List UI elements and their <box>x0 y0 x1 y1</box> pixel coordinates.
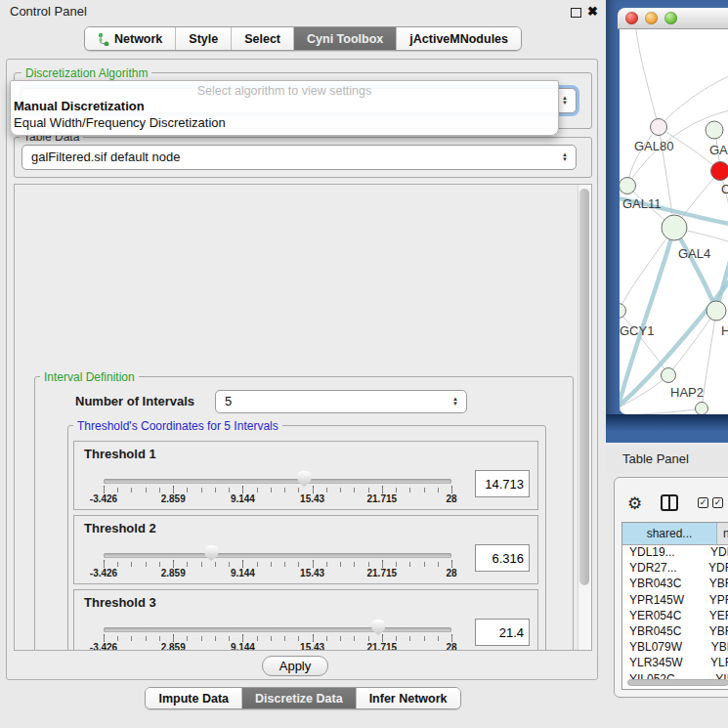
slider-track[interactable] <box>104 553 451 558</box>
slider-thumb[interactable] <box>297 471 312 487</box>
algorithm-option-equal-width[interactable]: Equal Width/Frequency Discretization <box>11 114 558 131</box>
tick-label: 15.43 <box>300 493 324 504</box>
thresholds-group-title: Threshold's Coordinates for 5 Intervals <box>73 419 282 433</box>
tick-label: 2.859 <box>161 493 186 504</box>
table-hscrollbar[interactable] <box>625 679 728 687</box>
table-row[interactable]: YDR27...YDR2 <box>622 561 728 577</box>
network-graph: GAL80GACGAL11GAL4GCY1HHAP2 <box>620 29 728 414</box>
checkbox-icon[interactable]: ✓ <box>712 497 723 508</box>
network-edge[interactable] <box>620 408 702 414</box>
mac-minimize-icon[interactable] <box>645 12 658 24</box>
tab-impute-data[interactable]: Impute Data <box>146 688 242 708</box>
tab-select[interactable]: Select <box>232 27 294 50</box>
table-row[interactable]: YLR345WYLR3 <box>622 656 728 671</box>
table-cell-name[interactable]: YBR0 <box>706 577 728 592</box>
table-cell-shared-name[interactable]: YLR345W <box>622 656 707 671</box>
tab-cyni-toolbox[interactable]: Cyni Toolbox <box>294 27 397 50</box>
mac-close-icon[interactable] <box>625 12 638 24</box>
mac-zoom-icon[interactable] <box>664 12 677 24</box>
threshold-panel: Threshold 2 -3.4262.8599.14415.4321.7152… <box>73 515 538 584</box>
threshold-value-input[interactable] <box>475 470 530 497</box>
threshold-value-input[interactable] <box>475 544 530 572</box>
network-edge[interactable] <box>635 29 659 127</box>
table-row[interactable]: YBR043CYBR0 <box>622 577 728 592</box>
table-hscrollbar-thumb[interactable] <box>627 679 728 686</box>
table-cell-shared-name[interactable]: YPR145W <box>622 593 706 609</box>
network-node-gal11[interactable] <box>620 178 636 194</box>
tab-jactivemnodules[interactable]: jActiveMNodules <box>397 27 521 50</box>
checkbox-icon[interactable]: ✓ <box>698 497 708 508</box>
network-canvas[interactable]: GAL80GACGAL11GAL4GCY1HHAP2 <box>620 29 728 414</box>
top-tab-bar: NetworkStyleSelectCyni ToolboxjActiveMNo… <box>0 26 606 51</box>
table-cell-name[interactable]: YIL0 <box>711 672 728 680</box>
tick-label: 9.144 <box>231 493 255 504</box>
algorithm-hint-item[interactable]: Select algorithm to view settings <box>11 81 558 98</box>
tab-label: Impute Data <box>158 692 229 706</box>
table-cell-name[interactable]: YDR2 <box>705 561 728 577</box>
threshold-value-input[interactable] <box>475 619 530 646</box>
table-row[interactable]: YPR145WYPR1 <box>622 593 728 609</box>
table-cell-shared-name[interactable]: YDR27... <box>622 561 705 577</box>
network-edge[interactable] <box>702 311 716 408</box>
slider-track[interactable] <box>104 479 451 484</box>
algorithm-option-manual[interactable]: Manual Discretization <box>11 98 558 114</box>
apply-button[interactable]: Apply <box>262 656 328 676</box>
tab-discretize-data[interactable]: Discretize Data <box>242 688 357 708</box>
tick-label: 9.144 <box>231 568 255 578</box>
gear-icon[interactable]: ⚙ <box>627 493 642 513</box>
network-node[interactable] <box>706 121 723 139</box>
float-panel-icon[interactable] <box>571 8 581 18</box>
network-node-hap2[interactable] <box>662 368 676 383</box>
node-attribute-table: shared... na YDL19...YDL1YDR27...YDR2YBR… <box>621 522 728 690</box>
table-cell-shared-name[interactable]: YDL19... <box>622 545 707 561</box>
table-data-combobox[interactable]: galFiltered.sif default node ▲▼ <box>21 145 577 170</box>
tick-label: 21.715 <box>367 493 398 504</box>
network-edge[interactable] <box>627 127 659 186</box>
table-cell-name[interactable]: YPR1 <box>706 593 728 609</box>
tab-style[interactable]: Style <box>176 27 232 50</box>
columns-icon[interactable] <box>661 494 678 511</box>
table-row[interactable]: YDL19...YDL1 <box>622 545 728 561</box>
table-cell-name[interactable]: YER0 <box>706 609 728 624</box>
settings-scroll-area: Interval Definition Number of Intervals … <box>14 184 592 651</box>
tab-label: Infer Network <box>369 692 448 706</box>
slider-track[interactable] <box>104 627 451 632</box>
slider-thumb[interactable] <box>371 620 386 635</box>
slider-thumb[interactable] <box>204 545 219 561</box>
network-node-label: GAL80 <box>634 139 673 153</box>
network-node-h[interactable] <box>707 301 726 321</box>
table-row[interactable]: YBR045CYBR0 <box>622 624 728 640</box>
network-node-label: HAP2 <box>670 385 704 400</box>
network-edge-highlighted[interactable] <box>674 228 716 311</box>
number-of-intervals-combobox[interactable]: 5 ▲▼ <box>215 390 467 413</box>
settings-scrollbar-thumb[interactable] <box>579 189 589 585</box>
tab-infer-network[interactable]: Infer Network <box>357 688 460 708</box>
table-cell-shared-name[interactable]: YBR045C <box>622 624 706 640</box>
table-row[interactable]: YER054CYER0 <box>622 609 728 624</box>
close-panel-icon[interactable]: ✖ <box>587 4 598 19</box>
network-edge-highlighted[interactable] <box>620 228 674 414</box>
network-edge[interactable] <box>620 228 674 311</box>
network-node-gcy1[interactable] <box>620 304 626 319</box>
network-node[interactable] <box>711 162 728 181</box>
network-node-gal4[interactable] <box>662 215 687 240</box>
table-cell-name[interactable]: YBR0 <box>706 624 728 640</box>
network-node[interactable] <box>696 403 708 415</box>
table-cell-name[interactable]: YBL0 <box>707 640 728 656</box>
network-edge[interactable] <box>659 74 728 127</box>
table-column-header-name[interactable]: na <box>717 523 728 544</box>
table-cell-shared-name[interactable]: YIL052C <box>622 672 711 680</box>
tab-network[interactable]: Network <box>85 27 176 50</box>
tick-label: -3.426 <box>90 493 117 504</box>
network-node-gal80[interactable] <box>651 119 667 136</box>
table-column-header-shared[interactable]: shared... <box>622 523 717 544</box>
network-edge[interactable] <box>668 311 716 375</box>
table-row[interactable]: YBL079WYBL0 <box>622 640 728 656</box>
table-cell-shared-name[interactable]: YER054C <box>622 609 706 624</box>
table-cell-name[interactable]: YLR3 <box>707 656 728 671</box>
table-cell-shared-name[interactable]: YBR043C <box>622 577 706 592</box>
table-row[interactable]: YIL052CYIL0 <box>622 672 728 680</box>
tab-label: Select <box>244 32 280 46</box>
table-cell-name[interactable]: YDL1 <box>707 545 728 561</box>
table-cell-shared-name[interactable]: YBL079W <box>622 640 707 656</box>
